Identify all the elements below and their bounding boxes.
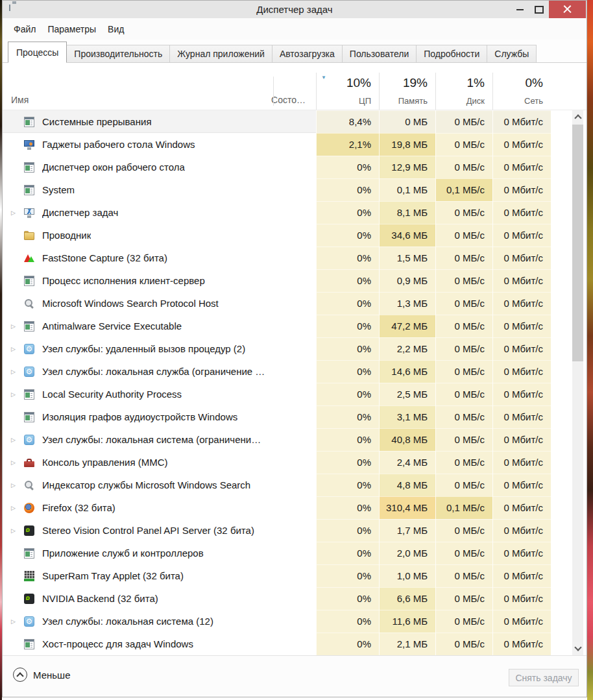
cpu-cell: 0% [316,224,379,247]
table-row[interactable]: Хост-процесс для задач Windows0%2,1 МБ0 … [3,633,551,655]
table-row[interactable]: ▷Узел службы: локальная служба (ограниче… [3,360,551,383]
expand-arrow-icon[interactable]: ▷ [11,323,24,330]
menu-item-file[interactable]: Файл [8,24,42,34]
table-row[interactable]: ▷Stereo Vision Control Panel API Server … [3,519,551,542]
header-total-disk: 1% [467,76,485,90]
mem-cell: 40,8 МБ [379,428,435,451]
minimize-button[interactable] [510,1,529,18]
table-row[interactable]: Microsoft Windows Search Protocol Host0%… [3,292,551,315]
process-name-cell: ▷Stereo Vision Control Panel API Server … [3,519,316,542]
fewer-details-toggle[interactable]: Меньше [13,668,70,682]
cpu-cell: 0% [316,269,379,292]
disk-cell: 0 МБ/с [435,451,492,474]
table-row[interactable]: ▷Узел службы: локальная система (огранич… [3,428,551,451]
process-name-cell: Microsoft Windows Search Protocol Host [3,292,316,315]
window-controls [510,1,586,18]
table-row[interactable]: Приложение служб и контроллеров0%2,0 МБ0… [3,542,551,564]
expand-arrow-icon[interactable]: ▷ [11,346,24,352]
process-name-label: Firefox (32 бита) [42,502,115,513]
mem-cell: 0,9 МБ [379,269,435,292]
close-button[interactable] [549,1,586,18]
table-row[interactable]: System0%0,1 МБ0,1 МБ/с0 Мбит/с [3,178,551,201]
expand-arrow-icon[interactable]: ▷ [11,391,24,398]
vertical-scrollbar[interactable] [572,110,583,655]
process-name-label: Диспетчер окон рабочего стола [42,162,185,173]
tab-автозагрузка[interactable]: Автозагрузка [272,45,343,62]
process-name-cell: Системные прерывания [3,110,316,133]
tab-службы[interactable]: Службы [487,45,537,62]
process-name-label: Гаджеты рабочего стола Windows [42,139,195,150]
disk-cell: 0 МБ/с [435,201,492,224]
end-task-button[interactable]: Снять задачу [509,669,579,686]
table-row[interactable]: Диспетчер окон рабочего стола0%12,9 МБ0 … [3,156,551,178]
column-header-disk[interactable]: 1%Диск [435,73,492,110]
process-name-label: System [42,184,75,195]
column-header-cpu[interactable]: ▼10%ЦП [316,73,379,110]
window-icon [24,639,34,649]
net-cell: 0 Мбит/с [492,156,551,178]
window-icon [24,162,34,173]
scroll-up-button[interactable] [572,110,583,123]
expand-arrow-icon[interactable]: ▷ [11,210,24,216]
maximize-button[interactable] [529,1,549,18]
table-row[interactable]: Гаджеты рабочего стола Windows2,1%19,8 М… [3,133,551,156]
nvidia-icon [24,525,34,536]
net-cell: 0 Мбит/с [492,383,551,405]
table-row[interactable]: Изоляция графов аудиоустройств Windows0%… [3,405,551,428]
process-name-cell: Процесс исполнения клиент-сервер [3,269,316,292]
process-name-cell: ▷Диспетчер задач [3,201,316,224]
expand-arrow-icon[interactable]: ▷ [11,368,24,375]
net-cell: 0 Мбит/с [492,564,551,587]
table-row[interactable]: ▷Узел службы: удаленный вызов процедур (… [3,337,551,360]
table-row[interactable]: SuperRam Tray Applet (32 бита)0%1,0 МБ0 … [3,564,551,587]
table-row[interactable]: Проводник0%34,6 МБ0 МБ/с0 Мбит/с [3,224,551,247]
disk-cell: 0 МБ/с [435,428,492,451]
tab-пользователи[interactable]: Пользователи [342,45,417,62]
table-row[interactable]: ▷Firefox (32 бита)0%310,4 МБ0,1 МБ/с0 Мб… [3,496,551,519]
tab-content-gap [3,63,587,73]
process-name-cell: ▷Узел службы: локальная служба (ограниче… [3,360,316,383]
table-row[interactable]: ▷Индексатор службы Microsoft Windows Sea… [3,474,551,496]
expand-arrow-icon[interactable]: ▷ [11,459,24,466]
fewer-details-label: Меньше [33,670,70,681]
tab-подробности[interactable]: Подробности [416,45,487,62]
table-row[interactable]: ▷Antimalware Service Executable0%47,2 МБ… [3,315,551,337]
expand-arrow-icon[interactable]: ▷ [11,618,24,625]
tab-журнал-приложений[interactable]: Журнал приложений [169,45,272,62]
mem-cell: 11,6 МБ [379,610,435,633]
column-header-mem[interactable]: 19%Память [379,73,435,110]
toolbox-icon [24,457,34,468]
disk-cell: 0 МБ/с [435,633,492,655]
net-cell: 0 Мбит/с [492,337,551,360]
column-header-name[interactable]: Имя Состо… [3,73,316,110]
table-row[interactable]: ▷Диспетчер задач0%8,1 МБ0 МБ/с0 Мбит/с [3,201,551,224]
column-header-net[interactable]: 0%Сеть [492,73,551,110]
expand-arrow-icon[interactable]: ▷ [11,482,24,489]
expand-arrow-icon[interactable]: ▷ [11,527,24,534]
table-row[interactable]: Системные прерывания8,4%0 МБ0 МБ/с0 Мбит… [3,110,551,133]
menu-item-options[interactable]: Параметры [42,24,102,34]
menu-item-view[interactable]: Вид [102,24,130,34]
cpu-cell: 0% [316,292,379,315]
scrollbar-thumb[interactable] [572,125,583,361]
name-column-label: Имя [11,95,29,105]
mem-cell: 19,8 МБ [379,133,435,156]
window-icon [24,412,34,422]
net-cell: 0 Мбит/с [492,292,551,315]
scroll-down-button[interactable] [572,642,583,655]
footer-bar: Меньше Снять задачу [3,655,587,697]
disk-cell: 0 МБ/с [435,542,492,564]
table-row[interactable]: ▷Local Security Authority Process0%2,5 М… [3,383,551,405]
tab-процессы[interactable]: Процессы [8,42,67,63]
table-row[interactable]: Процесс исполнения клиент-сервер0%0,9 МБ… [3,269,551,292]
tab-производительность[interactable]: Производительность [66,45,170,62]
expand-arrow-icon[interactable]: ▷ [11,505,24,511]
expand-arrow-icon[interactable]: ▷ [11,437,24,443]
table-row[interactable]: NVIDIA Backend (32 бита)0%6,6 МБ0 МБ/с0 … [3,587,551,610]
process-name-cell: ▷Узел службы: локальная система (огранич… [3,428,316,451]
table-row[interactable]: FastStone Capture (32 бита)0%1,5 МБ0 МБ/… [3,247,551,269]
net-cell: 0 Мбит/с [492,178,551,201]
table-row[interactable]: ▷Консоль управления (MMC)0%2,4 МБ0 МБ/с0… [3,451,551,474]
process-name-cell: FastStone Capture (32 бита) [3,247,316,269]
table-row[interactable]: ▷Узел службы: локальная система (12)0%11… [3,610,551,633]
